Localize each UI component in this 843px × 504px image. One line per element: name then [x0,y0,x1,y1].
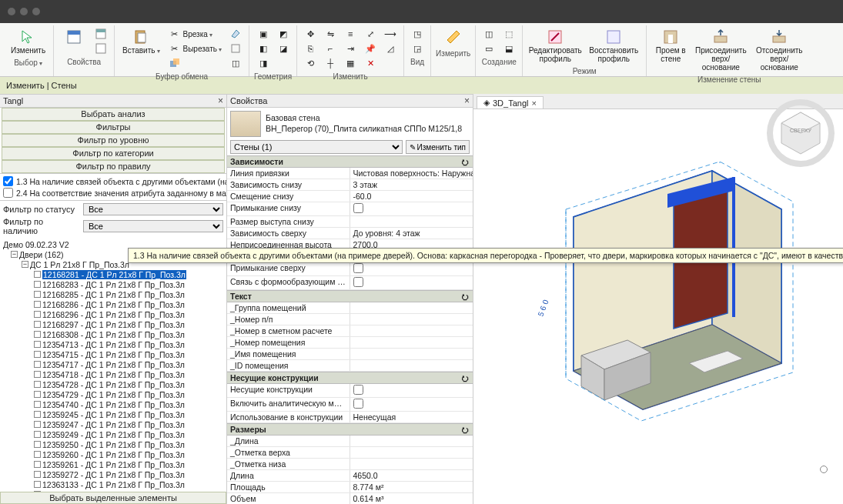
type-props-button[interactable] [92,27,109,41]
group-label-select[interactable]: Выбор [14,58,42,67]
property-checkbox[interactable] [353,263,363,273]
detach-button[interactable]: Отсоединить верх/основание [751,27,807,73]
tree-element[interactable]: 12354713 - ДС 1 Рл 21х8 Г Пр_Поз.3л [3,339,223,349]
tree-element[interactable]: 12354718 - ДС 1 Рл 21х8 Г Пр_Поз.3л [3,369,223,379]
modify-button[interactable]: Изменить [8,27,49,56]
rule-checkbox[interactable] [3,176,13,186]
rotate-icon[interactable]: ⟲ [302,56,319,70]
tangl-filter-button[interactable]: Фильтр по правилу [2,160,225,173]
tangl-panel-header[interactable]: Tangl× [0,94,226,108]
property-row[interactable]: Примыкание снизу [227,202,473,216]
geom-join-icon[interactable] [227,42,244,55]
tree-element[interactable]: 12168296 - ДС 1 Рл 21х8 Г Пр_Поз.3л [3,309,223,319]
property-checkbox[interactable] [353,277,363,287]
scale-icon[interactable]: ⤢ [362,27,379,41]
property-group-header[interactable]: Текст⭮ [227,290,473,302]
property-row[interactable]: Зависимость снизу3 этаж [227,179,473,191]
instance-selector[interactable]: Стены (1) [230,140,403,154]
select-highlighted-button[interactable]: Выбрать выделенные элементы [0,492,226,504]
copy-icon[interactable]: ⎘ [302,42,319,55]
property-row[interactable]: Несущие конструкции [227,384,473,398]
property-row[interactable]: Включить аналитическую модель [227,398,473,412]
tree-element[interactable]: 12359247 - ДС 1 Рл 21х8 Г Пр_Поз.3л [3,419,223,429]
create-icon[interactable]: ⬚ [500,27,517,41]
tree-element[interactable]: 12354729 - ДС 1 Рл 21х8 Г Пр_Поз.3л [3,389,223,399]
offset-icon[interactable]: ⇥ [342,42,359,55]
property-row[interactable]: _ID помещения [227,360,473,372]
tree-element[interactable]: 12168308 - ДС 1 Рл 21х8 Г Пр_Поз.3л [3,329,223,339]
property-row[interactable]: Размер выступа снизу [227,216,473,228]
tangl-filter-button[interactable]: Фильтр по уровню [2,134,225,147]
create-icon[interactable]: ◫ [480,27,497,41]
property-row[interactable]: Использование в конструкцииНенесущая [227,412,473,423]
geom-icon[interactable]: ◨ [255,56,272,70]
tree-element[interactable]: 12354728 - ДС 1 Рл 21х8 Г Пр_Поз.3л [3,379,223,389]
split-icon[interactable]: ┼ [322,56,339,70]
tree-element[interactable]: 12168286 - ДС 1 Рл 21х8 Г Пр_Поз.3л [3,299,223,309]
property-group-header[interactable]: Размеры⭮ [227,423,473,436]
corner-icon[interactable]: ◿ [382,42,399,55]
property-row[interactable]: _Имя помещения [227,349,473,360]
create-icon[interactable]: ⬓ [500,42,517,55]
attach-button[interactable]: Присоединить верх/основание [693,27,748,73]
geom-icon[interactable]: ◧ [255,42,272,55]
property-row[interactable]: Примыкание сверху [227,262,473,276]
close-icon[interactable]: × [218,95,223,106]
rule-check-item[interactable]: 1.3 На наличие связей объекта с другими … [0,175,226,187]
property-row[interactable]: Длина4650.0 [227,470,473,482]
geom-icon[interactable]: ◩ [275,27,292,41]
trim-icon[interactable]: ⌐ [322,42,339,55]
tree-element[interactable]: 12359272 - ДС 1 Рл 21х8 Г Пр_Поз.3л [3,469,223,479]
mac-traffic-light[interactable] [32,8,40,15]
tree-element[interactable]: 12359249 - ДС 1 Рл 21х8 Г Пр_Поз.3л [3,429,223,439]
tree-element[interactable]: 12168297 - ДС 1 Рл 21х8 Г Пр_Поз.3л [3,319,223,329]
property-row[interactable]: _Номер п/п [227,314,473,325]
rule-checkbox[interactable] [3,188,13,198]
edit-type-button[interactable]: ✎Изменить тип [406,140,470,154]
tree-element[interactable]: 12359250 - ДС 1 Рл 21х8 Г Пр_Поз.3л [3,439,223,449]
wall-opening-button[interactable]: Проем в стене [651,27,690,65]
view-tab[interactable]: ◈3D_Tangl× [477,96,544,108]
properties-button[interactable] [59,27,89,47]
property-row[interactable]: Объем0.614 м³ [227,493,473,504]
move-icon[interactable]: ✥ [302,27,319,41]
property-checkbox[interactable] [353,399,363,409]
tree-element[interactable]: 12359260 - ДС 1 Рл 21х8 Г Пр_Поз.3л [3,449,223,459]
rule-check-item[interactable]: 2.4 На соответствие значения атрибута за… [0,187,226,199]
geom-cut-icon[interactable] [227,27,244,41]
filter-button[interactable] [92,42,109,55]
tree-element[interactable]: 12168285 - ДС 1 Рл 21х8 Г Пр_Поз.3л [3,289,223,299]
pin-icon[interactable]: 📌 [362,42,379,55]
reset-profile-button[interactable]: Восстановить профиль [586,27,641,65]
array-icon[interactable]: ▦ [342,56,359,70]
extend-icon[interactable]: ⟶ [382,27,399,41]
create-icon[interactable]: ▭ [480,42,497,55]
3d-model[interactable]: 5 6 0 [527,125,828,448]
mirror-icon[interactable]: ⇋ [322,27,339,41]
align-icon[interactable]: ≡ [342,27,359,41]
close-tab-icon[interactable]: × [531,98,536,108]
cope-button[interactable]: ✂Врезка [166,27,224,41]
tree-element[interactable]: 12168281 - ДС 1 Рл 21х8 Г Пр_Поз.3л [3,269,223,279]
property-row[interactable]: Смещение снизу-60.0 [227,191,473,202]
join-button[interactable] [166,56,224,70]
filter-select[interactable]: Все [83,203,223,215]
tree-element[interactable]: 12359261 - ДС 1 Рл 21х8 Г Пр_Поз.3л [3,459,223,469]
property-row[interactable]: _Номер в сметном расчете [227,325,473,337]
delete-icon[interactable]: ✕ [362,56,379,70]
tangl-filter-button[interactable]: Выбрать анализ [2,108,225,121]
tree-element[interactable]: 12354740 - ДС 1 Рл 21х8 Г Пр_Поз.3л [3,399,223,409]
property-row[interactable]: _Отметка низа [227,459,473,470]
geom-split-icon[interactable]: ◫ [227,56,244,70]
tree-element[interactable]: 12359245 - ДС 1 Рл 21х8 Г Пр_Поз.3л [3,409,223,419]
view-icon[interactable]: ◳ [409,27,426,41]
geom-icon[interactable]: ◪ [275,42,292,55]
property-checkbox[interactable] [353,203,363,213]
edit-profile-button[interactable]: Редактировать профиль [527,27,583,65]
filter-select[interactable]: Все [83,220,223,232]
properties-panel-header[interactable]: Свойства× [227,94,473,108]
tree-element[interactable]: 12168283 - ДС 1 Рл 21х8 Г Пр_Поз.3л [3,279,223,289]
close-icon[interactable]: × [464,95,470,106]
tree-element[interactable]: 12354717 - ДС 1 Рл 21х8 Г Пр_Поз.3л [3,359,223,369]
property-row[interactable]: _Отметка верха [227,447,473,459]
